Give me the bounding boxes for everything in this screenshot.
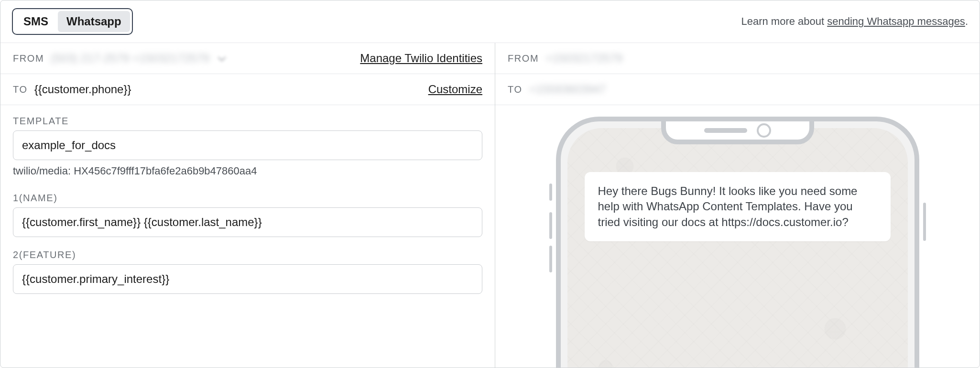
from-value-redacted: (503) 217-2579 +15032172579 <box>51 52 209 65</box>
preview-body: Hey there Bugs Bunny! It looks like you … <box>495 105 980 368</box>
template-input[interactable] <box>13 130 482 160</box>
phone-side-button-icon <box>549 212 552 239</box>
compose-panel: FROM (503) 217-2579 +15032172579 Manage … <box>0 43 495 368</box>
phone-notch-icon <box>661 121 814 144</box>
message-editor-panel: SMS Whatsapp Learn more about sending Wh… <box>0 0 980 368</box>
to-row: TO {{customer.phone}} Customize <box>0 74 495 105</box>
phone-side-button-icon <box>923 203 926 241</box>
customize-to-link[interactable]: Customize <box>428 83 482 96</box>
preview-from-label: FROM <box>508 53 539 64</box>
phone-frame: Hey there Bugs Bunny! It looks like you … <box>556 117 919 368</box>
learn-more-text: Learn more about sending Whatsapp messag… <box>741 15 968 28</box>
template-body: TEMPLATE twilio/media: HX456c7f9fff17bfa… <box>0 105 495 368</box>
learn-more-prefix: Learn more about <box>741 15 827 27</box>
phone-preview: Hey there Bugs Bunny! It looks like you … <box>556 117 919 368</box>
preview-from-row: FROM +15032172579 <box>495 43 980 74</box>
preview-to-label: TO <box>508 84 523 95</box>
field2-input[interactable] <box>13 264 482 294</box>
header-row: SMS Whatsapp Learn more about sending Wh… <box>0 0 980 43</box>
preview-from-value-redacted: +15032172579 <box>545 52 622 65</box>
phone-screen: Hey there Bugs Bunny! It looks like you … <box>567 128 908 368</box>
to-label: TO <box>13 84 28 95</box>
from-row: FROM (503) 217-2579 +15032172579 Manage … <box>0 43 495 74</box>
chevron-down-icon[interactable] <box>218 54 226 62</box>
tab-whatsapp[interactable]: Whatsapp <box>58 11 130 32</box>
phone-side-button-icon <box>549 184 552 201</box>
message-bubble: Hey there Bugs Bunny! It looks like you … <box>585 172 891 241</box>
field1-input[interactable] <box>13 207 482 237</box>
phone-side-button-icon <box>549 246 552 272</box>
field1-label: 1(NAME) <box>13 193 482 204</box>
tab-sms[interactable]: SMS <box>15 11 57 32</box>
split-panels: FROM (503) 217-2579 +15032172579 Manage … <box>0 43 980 368</box>
from-label: FROM <box>13 53 44 64</box>
template-hint: twilio/media: HX456c7f9fff17bfa6fe2a6b9b… <box>13 165 482 177</box>
learn-more-suffix: . <box>965 15 968 27</box>
preview-to-value-redacted: +15593603947 <box>529 83 606 96</box>
template-label: TEMPLATE <box>13 116 482 127</box>
preview-to-row: TO +15593603947 <box>495 74 980 105</box>
manage-twilio-identities-link[interactable]: Manage Twilio Identities <box>360 52 482 65</box>
channel-tabs: SMS Whatsapp <box>12 8 133 35</box>
preview-panel: FROM +15032172579 TO +15593603947 Hey th… <box>495 43 980 368</box>
field2-label: 2(FEATURE) <box>13 249 482 260</box>
to-value: {{customer.phone}} <box>34 83 131 96</box>
learn-more-link[interactable]: sending Whatsapp messages <box>827 15 965 27</box>
